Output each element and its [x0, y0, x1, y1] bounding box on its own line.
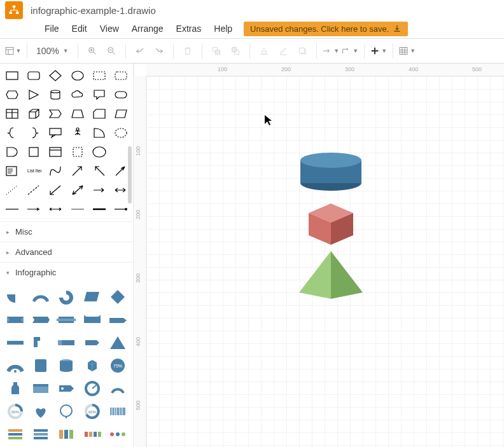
shape-dashed-rect[interactable] — [88, 66, 110, 85]
shape-arrow-nw[interactable] — [88, 162, 110, 181]
infographic-sector[interactable] — [4, 287, 27, 306]
infographic-cylinder3d[interactable] — [55, 356, 78, 375]
shape-arrow-ne[interactable] — [67, 162, 88, 181]
shape-arrow-both[interactable] — [67, 181, 88, 200]
infographic-gauge2[interactable] — [81, 379, 104, 398]
shape-brace-l[interactable] — [1, 123, 23, 142]
shape-dashed-square[interactable] — [67, 142, 88, 162]
infographic-donut-pct1[interactable]: 50% — [4, 402, 27, 421]
shape-ellipse-big[interactable] — [88, 142, 110, 162]
infographic-kite[interactable] — [106, 287, 129, 306]
infographic-small-ribbon[interactable] — [81, 333, 104, 352]
shape-rounded-rect[interactable] — [23, 66, 45, 85]
shape-rectangle[interactable] — [1, 66, 23, 85]
redo-button[interactable] — [150, 42, 168, 60]
canvas-cube-shape[interactable] — [299, 200, 363, 250]
shape-brace-r[interactable] — [23, 123, 45, 142]
undo-button[interactable] — [131, 42, 149, 60]
shape-list-item[interactable]: List Item — [23, 162, 45, 181]
infographic-donut-pct2[interactable]: 65% — [81, 402, 104, 421]
window-layout-button[interactable]: ▼ — [4, 42, 22, 60]
shape-cylinder[interactable] — [45, 85, 66, 104]
category-advanced[interactable]: ▸Advanced — [0, 242, 133, 262]
menu-file[interactable]: File — [39, 21, 64, 36]
shape-card[interactable] — [88, 104, 110, 123]
waypoint-button[interactable]: ▼ — [341, 42, 359, 60]
infographic-triangle[interactable] — [106, 333, 129, 352]
infographic-bubble[interactable] — [55, 402, 78, 421]
infographic-corner[interactable] — [29, 333, 52, 352]
infographic-ribbon5[interactable] — [106, 310, 129, 329]
infographic-row-shapes[interactable] — [81, 425, 104, 444]
infographic-ribbon2[interactable] — [29, 310, 52, 329]
canvas[interactable]: 100200300400500 100200300400500 — [134, 64, 504, 447]
shape-cloud[interactable] — [67, 85, 88, 104]
shape-window[interactable] — [1, 104, 23, 123]
shape-half-d[interactable] — [1, 142, 23, 162]
shape-dashed[interactable] — [23, 181, 45, 200]
shape-note[interactable] — [1, 162, 23, 181]
shape-s-curve[interactable] — [45, 162, 66, 181]
infographic-ribbon1[interactable] — [4, 310, 27, 329]
document-title[interactable]: infographic-example-1.drawio — [31, 5, 156, 16]
infographic-label[interactable] — [55, 333, 78, 352]
shape-triangle-right[interactable] — [23, 85, 45, 104]
shape-arrow-line[interactable] — [88, 181, 110, 200]
infographic-parallelogram[interactable] — [81, 287, 104, 306]
infographic-gauge[interactable] — [4, 356, 27, 375]
canvas-pyramid-shape[interactable] — [296, 248, 366, 304]
shape-callout[interactable] — [88, 85, 110, 104]
zoom-out-button[interactable] — [102, 42, 120, 60]
zoom-select[interactable]: 100%▼ — [32, 46, 73, 56]
infographic-arc2[interactable] — [106, 379, 129, 398]
shape-window2[interactable] — [45, 142, 66, 162]
infographic-pie[interactable]: 75% — [106, 356, 129, 375]
shape-cube[interactable] — [23, 104, 45, 123]
shape-diamond[interactable] — [45, 66, 66, 85]
infographic-ribbon4[interactable] — [81, 310, 104, 329]
infographic-stack1[interactable] — [4, 425, 27, 444]
shape-ellipse[interactable] — [67, 66, 88, 85]
menu-edit[interactable]: Edit — [67, 21, 92, 36]
shape-dotted[interactable] — [1, 181, 23, 200]
shape-line[interactable] — [1, 200, 23, 219]
category-misc[interactable]: ▸Misc — [0, 221, 133, 242]
app-logo[interactable] — [5, 1, 23, 19]
shape-stadium[interactable] — [110, 85, 132, 104]
shape-line-plain[interactable] — [67, 200, 88, 219]
infographic-barcode[interactable] — [106, 402, 129, 421]
connection-button[interactable]: ▼ — [322, 42, 340, 60]
shape-square[interactable] — [23, 142, 45, 162]
zoom-in-button[interactable] — [83, 42, 101, 60]
insert-button[interactable]: ▼ — [370, 42, 388, 60]
shape-callout-box[interactable] — [45, 123, 66, 142]
save-banner[interactable]: Unsaved changes. Click here to save. — [244, 22, 408, 36]
infographic-ribbon3[interactable] — [55, 310, 78, 329]
shape-arc-d[interactable] — [88, 123, 110, 142]
shape-line-arrow-both[interactable] — [45, 200, 66, 219]
canvas-cylinder-shape[interactable] — [299, 151, 363, 195]
infographic-tablet[interactable] — [29, 356, 52, 375]
menu-extras[interactable]: Extras — [171, 21, 207, 36]
shape-line-thick[interactable] — [88, 200, 110, 219]
infographic-dots[interactable] — [106, 425, 129, 444]
infographic-tag[interactable] — [55, 379, 78, 398]
infographic-donut[interactable] — [55, 287, 78, 306]
infographic-bar[interactable] — [4, 333, 27, 352]
infographic-cube3d[interactable] — [81, 356, 104, 375]
infographic-arc[interactable] — [29, 287, 52, 306]
menu-help[interactable]: Help — [209, 21, 237, 36]
shape-step[interactable] — [45, 104, 66, 123]
sidebar-scrollbar[interactable] — [128, 146, 132, 203]
shape-parallelogram[interactable] — [110, 104, 132, 123]
infographic-heart[interactable] — [29, 402, 52, 421]
shape-dashed-ellipse[interactable] — [110, 123, 132, 142]
shape-actor[interactable] — [67, 123, 88, 142]
infographic-stack2[interactable] — [29, 425, 52, 444]
shape-hexagon[interactable] — [1, 85, 23, 104]
shape-line-arrow-r[interactable] — [23, 200, 45, 219]
shape-dashed-round[interactable] — [110, 66, 132, 85]
menu-arrange[interactable]: Arrange — [127, 21, 169, 36]
infographic-bottle[interactable] — [4, 379, 27, 398]
category-infographic[interactable]: ▾Infographic — [0, 262, 133, 282]
